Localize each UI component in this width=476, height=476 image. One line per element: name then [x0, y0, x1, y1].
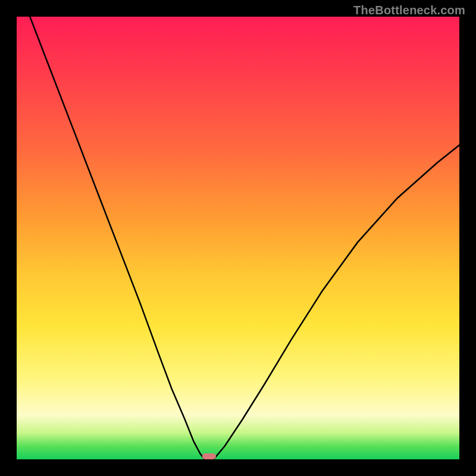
curve-right-branch	[214, 145, 459, 459]
curve-left-branch	[30, 17, 205, 459]
watermark-label: TheBottleneck.com	[353, 4, 465, 17]
min-marker	[202, 453, 215, 459]
bottleneck-curve	[17, 17, 459, 459]
chart-container: TheBottleneck.com	[0, 0, 476, 476]
plot-area	[17, 17, 459, 459]
